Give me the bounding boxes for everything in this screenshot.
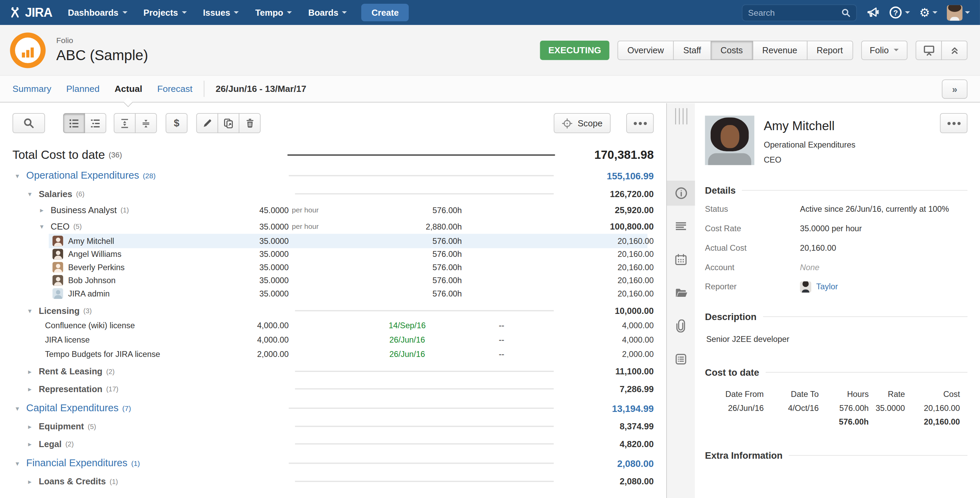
table-row-total[interactable]: Total Cost to date(36) 170,381.98 [13,147,654,163]
expand-panel-button[interactable]: » [942,79,967,99]
cost-to-date-heading: Cost to date [705,367,968,377]
caret-down-icon[interactable]: ▾ [28,307,38,315]
row-date[interactable]: 26/Jun/16 [328,349,462,359]
caret-right-icon[interactable]: ▸ [40,206,51,214]
table-row-role[interactable]: ▾CEO(5) 35.0000 per hour 2,880.00h 100,8… [13,218,654,235]
panel-tab-folder[interactable] [667,280,695,305]
table-row-person[interactable]: Beverly Perkins 35.0000 576.00h 20,160.0… [13,261,654,274]
row-label: CEO [51,221,70,231]
panel-tab-calendar[interactable] [667,247,695,272]
row-cost: 4,820.00 [560,439,654,449]
presentation-mode-button[interactable] [915,40,942,60]
expand-all-button[interactable] [114,113,135,133]
flat-list-view-button[interactable] [63,113,85,133]
jira-logo[interactable]: JIRA [0,5,60,20]
tab-overview[interactable]: Overview [617,40,674,60]
col-header: Cost [905,388,960,401]
tree-list-view-button[interactable] [84,113,106,133]
table-row-subcategory[interactable]: ▾Salaries(6) 126,720.00 [13,187,654,200]
folio-menu-button[interactable]: Folio [861,40,907,60]
table-row-expense[interactable]: JIRA license 4,000.00 26/Jun/16 -- 4,000… [13,333,654,346]
collapse-all-button[interactable] [135,113,157,133]
caret-right-icon[interactable]: ▸ [28,385,38,393]
caret-down-icon[interactable]: ▾ [16,404,26,412]
admin-menu[interactable]: ⚙ [919,6,937,18]
table-more-button[interactable] [626,113,654,133]
nav-item-label: Projects [143,8,178,18]
nav-tempo[interactable]: Tempo [247,0,300,25]
costs-toolbar: $ [13,113,654,133]
date-range[interactable]: 26/Jun/16 - 13/Mar/17 [215,84,306,94]
search-box[interactable] [742,4,857,21]
caret-down-icon[interactable]: ▾ [28,189,38,198]
user-menu[interactable] [947,5,970,21]
view-planned[interactable]: Planned [66,75,99,102]
reporter-link[interactable]: Taylor [800,282,838,293]
caret-down-icon[interactable]: ▾ [16,172,26,180]
view-actual[interactable]: Actual [115,75,142,102]
table-row-subcategory[interactable]: ▸Equipment(5) 8,374.99 [13,420,654,433]
tab-label: Staff [683,45,701,55]
panel-drag-handle[interactable] [675,108,687,125]
scope-button[interactable]: Scope [554,113,611,133]
create-button[interactable]: Create [362,4,409,21]
page-title-block: Folio ABC (Sample) [56,36,148,64]
collapse-all-icon [141,118,151,129]
nav-boards[interactable]: Boards [300,0,355,25]
view-forecast[interactable]: Forecast [157,75,192,102]
panel-tab-details[interactable] [667,181,695,205]
caret-right-icon[interactable]: ▸ [28,440,38,448]
nav-projects[interactable]: Projects [135,0,195,25]
caret-right-icon[interactable]: ▸ [28,422,38,430]
table-row-expense[interactable]: Confluence (wiki) license 4,000.00 14/Se… [13,319,654,332]
table-row-subcategory[interactable]: ▸Loans & Credits(1) 2,080.00 [13,474,654,488]
panel-tab-description[interactable] [667,214,695,239]
tab-revenue[interactable]: Revenue [752,40,807,60]
table-row-role[interactable]: ▸Business Analyst(1) 45.0000 per hour 57… [13,202,654,218]
leader-line [295,426,554,427]
caret-down-icon[interactable]: ▾ [40,222,51,231]
edit-button[interactable] [196,113,218,133]
table-row-subcategory[interactable]: ▸Rent & Leasing(2) 11,100.00 [13,364,654,378]
tab-report[interactable]: Report [807,40,853,60]
row-cost: 25,920.00 [560,205,654,215]
table-row-subcategory[interactable]: ▾Licensing(3) 10,000.00 [13,304,654,318]
table-row-person[interactable]: Bob Johnson 35.0000 576.00h 20,160.00 [13,274,654,287]
collapse-header-button[interactable] [941,40,967,60]
table-row-person[interactable]: JIRA admin 35.0000 576.00h 20,160.00 [13,287,654,300]
row-label: Representation [38,384,102,394]
table-row-subcategory[interactable]: ▸Legal(2) 4,820.00 [13,437,654,450]
help-menu[interactable]: ? [889,5,910,19]
flat-list-icon [68,118,79,129]
caret-down-icon[interactable]: ▾ [16,459,26,467]
table-row-expense[interactable]: Tempo Budgets for JIRA license 2,000.00 … [13,348,654,361]
delete-button[interactable] [239,113,261,133]
nav-dashboards[interactable]: Dashboards [60,0,135,25]
caret-right-icon[interactable]: ▸ [28,367,38,375]
search-input[interactable] [748,8,842,17]
row-date[interactable]: 26/Jun/16 [328,335,462,344]
panel-tab-worklog[interactable] [667,346,695,371]
row-date[interactable]: 14/Sep/16 [328,321,462,330]
status-badge[interactable]: EXECUTING [540,40,609,60]
table-row-subcategory[interactable]: ▸Representation(17) 7,286.99 [13,382,654,396]
tab-costs[interactable]: Costs [711,40,753,60]
table-row-category[interactable]: ▾Operational Expenditures(28) 155,106.99 [13,168,654,183]
view-summary[interactable]: Summary [13,75,52,102]
caret-right-icon[interactable]: ▸ [28,477,38,485]
table-row-category[interactable]: ▾Capital Expenditures(7) 13,194.99 [13,401,654,416]
panel-tab-attachments[interactable] [667,313,695,338]
currency-button[interactable]: $ [165,113,188,133]
tab-staff[interactable]: Staff [673,40,711,60]
table-row-person[interactable]: Angel Williams 35.0000 576.00h 20,160.00 [13,248,654,261]
announcements-button[interactable] [866,6,879,19]
clone-button[interactable] [218,113,239,133]
leader-line [295,443,554,445]
table-row-person-selected[interactable]: Amy Mitchell 35.0000 576.00h 20,160.00 [13,234,654,247]
nav-issues[interactable]: Issues [195,0,247,25]
panel-more-button[interactable] [940,113,968,133]
table-row-category[interactable]: ▾Financial Expenditures(1) 2,080.00 [13,456,654,471]
row-cost: 2,080.00 [560,476,654,486]
search-icon[interactable] [841,8,850,17]
table-search-button[interactable] [13,113,45,133]
